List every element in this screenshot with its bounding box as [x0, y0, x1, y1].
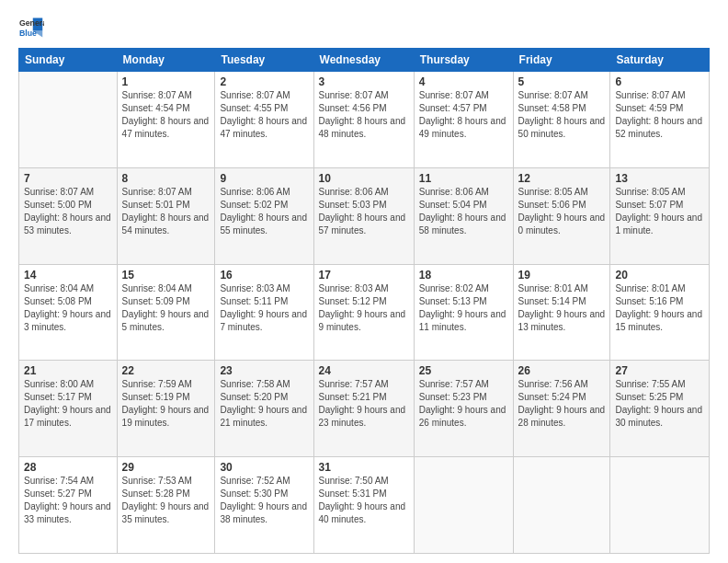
calendar-cell: 13Sunrise: 8:05 AMSunset: 5:07 PMDayligh…: [610, 167, 710, 264]
day-detail: Sunrise: 7:54 AMSunset: 5:27 PMDaylight:…: [24, 475, 112, 526]
day-number: 5: [518, 75, 606, 88]
day-detail: Sunrise: 8:07 AMSunset: 4:56 PMDaylight:…: [319, 89, 409, 141]
svg-text:General: General: [19, 18, 44, 28]
day-detail: Sunrise: 7:57 AMSunset: 5:23 PMDaylight:…: [419, 378, 508, 430]
calendar-cell: 20Sunrise: 8:01 AMSunset: 5:16 PMDayligh…: [610, 264, 710, 361]
weekday-header-row: SundayMondayTuesdayWednesdayThursdayFrid…: [19, 49, 710, 72]
day-detail: Sunrise: 8:01 AMSunset: 5:14 PMDaylight:…: [518, 282, 606, 334]
calendar-cell: 26Sunrise: 7:56 AMSunset: 5:24 PMDayligh…: [513, 361, 610, 457]
calendar-cell: 25Sunrise: 7:57 AMSunset: 5:23 PMDayligh…: [414, 361, 513, 457]
day-detail: Sunrise: 8:01 AMSunset: 5:16 PMDaylight:…: [615, 282, 704, 334]
day-number: 15: [122, 269, 210, 282]
day-detail: Sunrise: 8:06 AMSunset: 5:02 PMDaylight:…: [220, 186, 308, 237]
calendar-cell: 14Sunrise: 8:04 AMSunset: 5:08 PMDayligh…: [19, 264, 118, 361]
day-number: 11: [419, 172, 508, 185]
weekday-header-saturday: Saturday: [610, 49, 710, 72]
day-detail: Sunrise: 8:07 AMSunset: 4:57 PMDaylight:…: [419, 89, 508, 141]
day-number: 27: [615, 364, 704, 377]
day-number: 7: [24, 172, 112, 185]
day-detail: Sunrise: 7:58 AMSunset: 5:20 PMDaylight:…: [220, 378, 308, 430]
day-detail: Sunrise: 8:07 AMSunset: 4:58 PMDaylight:…: [518, 89, 606, 141]
calendar-cell: 11Sunrise: 8:06 AMSunset: 5:04 PMDayligh…: [414, 167, 513, 264]
weekday-header-monday: Monday: [117, 49, 215, 72]
calendar-cell: 10Sunrise: 8:06 AMSunset: 5:03 PMDayligh…: [313, 167, 414, 264]
day-detail: Sunrise: 7:59 AMSunset: 5:19 PMDaylight:…: [122, 378, 210, 430]
day-number: 17: [319, 269, 409, 282]
day-detail: Sunrise: 7:53 AMSunset: 5:28 PMDaylight:…: [122, 475, 210, 526]
day-detail: Sunrise: 7:55 AMSunset: 5:25 PMDaylight:…: [615, 378, 704, 430]
calendar-week-4: 28Sunrise: 7:54 AMSunset: 5:27 PMDayligh…: [19, 457, 710, 554]
calendar-cell: 8Sunrise: 8:07 AMSunset: 5:01 PMDaylight…: [117, 167, 215, 264]
day-number: 9: [220, 172, 308, 185]
day-number: 10: [319, 172, 409, 185]
weekday-header-friday: Friday: [513, 49, 610, 72]
day-number: 30: [220, 461, 308, 474]
day-number: 16: [220, 269, 308, 282]
calendar-cell: 16Sunrise: 8:03 AMSunset: 5:11 PMDayligh…: [215, 264, 313, 361]
day-number: 28: [24, 461, 112, 474]
day-detail: Sunrise: 8:07 AMSunset: 5:01 PMDaylight:…: [122, 186, 210, 237]
day-number: 3: [319, 75, 409, 88]
calendar-cell: 7Sunrise: 8:07 AMSunset: 5:00 PMDaylight…: [19, 167, 118, 264]
day-number: 12: [518, 172, 606, 185]
page: General Blue SundayMondayTuesdayWednesda…: [0, 0, 728, 563]
day-detail: Sunrise: 8:06 AMSunset: 5:03 PMDaylight:…: [319, 186, 409, 237]
day-detail: Sunrise: 8:04 AMSunset: 5:09 PMDaylight:…: [122, 282, 210, 334]
day-detail: Sunrise: 8:06 AMSunset: 5:04 PMDaylight:…: [419, 186, 508, 237]
day-number: 8: [122, 172, 210, 185]
calendar-week-0: 1Sunrise: 8:07 AMSunset: 4:54 PMDaylight…: [19, 72, 710, 168]
calendar-cell: [513, 457, 610, 554]
day-detail: Sunrise: 7:56 AMSunset: 5:24 PMDaylight:…: [518, 378, 606, 430]
calendar-cell: 5Sunrise: 8:07 AMSunset: 4:58 PMDaylight…: [513, 72, 610, 168]
day-number: 13: [615, 172, 704, 185]
calendar-week-3: 21Sunrise: 8:00 AMSunset: 5:17 PMDayligh…: [19, 361, 710, 457]
logo: General Blue: [18, 15, 44, 40]
weekday-header-sunday: Sunday: [19, 49, 118, 72]
logo-icon: General Blue: [18, 15, 44, 40]
calendar-cell: [414, 457, 513, 554]
weekday-header-thursday: Thursday: [414, 49, 513, 72]
day-number: 20: [615, 269, 704, 282]
calendar-cell: 1Sunrise: 8:07 AMSunset: 4:54 PMDaylight…: [117, 72, 215, 168]
calendar-cell: 12Sunrise: 8:05 AMSunset: 5:06 PMDayligh…: [513, 167, 610, 264]
calendar-cell: 19Sunrise: 8:01 AMSunset: 5:14 PMDayligh…: [513, 264, 610, 361]
day-detail: Sunrise: 8:07 AMSunset: 5:00 PMDaylight:…: [24, 186, 112, 237]
day-number: 24: [319, 364, 409, 377]
day-detail: Sunrise: 8:04 AMSunset: 5:08 PMDaylight:…: [24, 282, 112, 334]
weekday-header-tuesday: Tuesday: [215, 49, 313, 72]
calendar-cell: 27Sunrise: 7:55 AMSunset: 5:25 PMDayligh…: [610, 361, 710, 457]
svg-text:Blue: Blue: [19, 29, 37, 38]
calendar-cell: 28Sunrise: 7:54 AMSunset: 5:27 PMDayligh…: [19, 457, 118, 554]
calendar-cell: 3Sunrise: 8:07 AMSunset: 4:56 PMDaylight…: [313, 72, 414, 168]
day-number: 25: [419, 364, 508, 377]
calendar-cell: 9Sunrise: 8:06 AMSunset: 5:02 PMDaylight…: [215, 167, 313, 264]
day-detail: Sunrise: 8:03 AMSunset: 5:12 PMDaylight:…: [319, 282, 409, 334]
day-number: 18: [419, 269, 508, 282]
day-number: 21: [24, 364, 112, 377]
calendar-cell: 22Sunrise: 7:59 AMSunset: 5:19 PMDayligh…: [117, 361, 215, 457]
day-number: 29: [122, 461, 210, 474]
calendar-cell: 2Sunrise: 8:07 AMSunset: 4:55 PMDaylight…: [215, 72, 313, 168]
calendar-cell: 6Sunrise: 8:07 AMSunset: 4:59 PMDaylight…: [610, 72, 710, 168]
calendar-cell: 4Sunrise: 8:07 AMSunset: 4:57 PMDaylight…: [414, 72, 513, 168]
calendar-cell: [610, 457, 710, 554]
day-detail: Sunrise: 8:02 AMSunset: 5:13 PMDaylight:…: [419, 282, 508, 334]
day-number: 14: [24, 269, 112, 282]
calendar-cell: 24Sunrise: 7:57 AMSunset: 5:21 PMDayligh…: [313, 361, 414, 457]
day-number: 6: [615, 75, 704, 88]
calendar-cell: 31Sunrise: 7:50 AMSunset: 5:31 PMDayligh…: [313, 457, 414, 554]
calendar-cell: 15Sunrise: 8:04 AMSunset: 5:09 PMDayligh…: [117, 264, 215, 361]
header: General Blue: [18, 15, 710, 40]
calendar-cell: 29Sunrise: 7:53 AMSunset: 5:28 PMDayligh…: [117, 457, 215, 554]
day-detail: Sunrise: 8:05 AMSunset: 5:06 PMDaylight:…: [518, 186, 606, 237]
day-number: 1: [122, 75, 210, 88]
day-number: 31: [319, 461, 409, 474]
day-number: 4: [419, 75, 508, 88]
calendar-table: SundayMondayTuesdayWednesdayThursdayFrid…: [18, 48, 710, 554]
weekday-header-wednesday: Wednesday: [313, 49, 414, 72]
calendar-week-2: 14Sunrise: 8:04 AMSunset: 5:08 PMDayligh…: [19, 264, 710, 361]
day-number: 26: [518, 364, 606, 377]
calendar-cell: 21Sunrise: 8:00 AMSunset: 5:17 PMDayligh…: [19, 361, 118, 457]
day-detail: Sunrise: 8:00 AMSunset: 5:17 PMDaylight:…: [24, 378, 112, 430]
calendar-cell: 30Sunrise: 7:52 AMSunset: 5:30 PMDayligh…: [215, 457, 313, 554]
